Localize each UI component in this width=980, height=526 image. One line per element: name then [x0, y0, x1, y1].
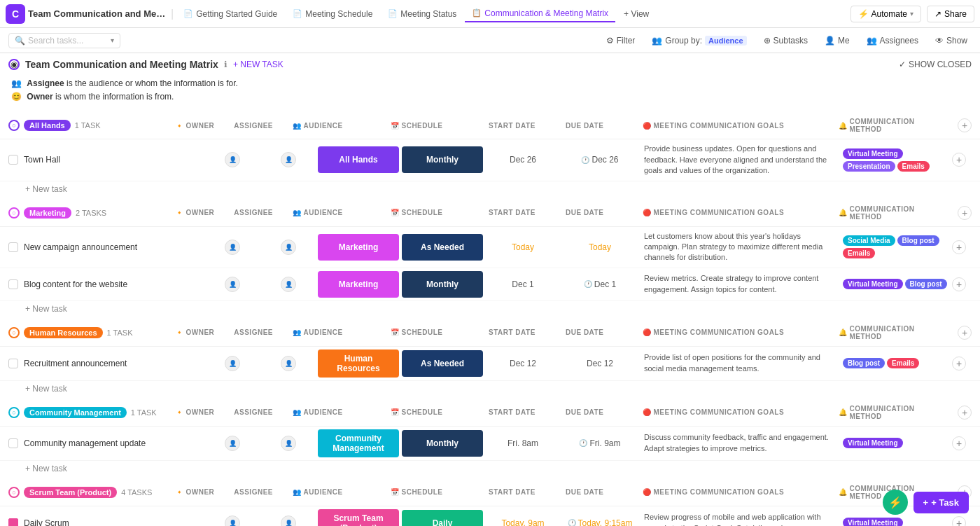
owner-avatar[interactable]: 👤: [225, 436, 240, 451]
method-badge[interactable]: Virtual Meeting: [843, 438, 903, 448]
new-task-link[interactable]: + New task: [25, 464, 67, 473]
task-checkbox[interactable]: [8, 155, 18, 165]
group-name-badge[interactable]: Community Management: [24, 407, 127, 418]
method-badge[interactable]: Blog post: [905, 279, 947, 289]
filter-button[interactable]: ⚙ Filter: [602, 34, 640, 47]
audience-badge[interactable]: Scrum Team (Product): [318, 509, 399, 526]
schedule-cell: As Needed: [400, 349, 484, 378]
assignee-avatar[interactable]: 👤: [281, 436, 296, 451]
due-date: Dec 1: [594, 279, 616, 289]
group-name-badge[interactable]: Scrum Team (Product): [24, 487, 117, 498]
audience-badge[interactable]: Community Management: [318, 429, 399, 457]
new-task-button[interactable]: + NEW TASK: [233, 60, 284, 69]
schedule-badge[interactable]: As Needed: [402, 234, 483, 261]
add-group-btn-hr[interactable]: +: [958, 326, 972, 340]
show-closed-button[interactable]: ✓ SHOW CLOSED: [899, 60, 972, 69]
method-badge[interactable]: Social Media: [843, 235, 895, 246]
owner-avatar[interactable]: 👤: [225, 515, 240, 526]
method-badge[interactable]: Virtual Meeting: [843, 279, 903, 289]
add-task-detail-btn[interactable]: +: [952, 153, 966, 167]
schedule-badge[interactable]: Daily: [402, 510, 483, 526]
subtasks-button[interactable]: ⊕ Subtasks: [760, 34, 812, 47]
schedule-badge[interactable]: Monthly: [402, 146, 483, 173]
group-name-badge[interactable]: Marketing: [24, 207, 71, 219]
method-badge[interactable]: Presentation: [843, 161, 895, 172]
me-button[interactable]: 👤 Me: [820, 34, 854, 47]
lightning-icon: ⚡: [888, 496, 902, 509]
assignee-avatar[interactable]: 👤: [281, 240, 296, 255]
method-badge[interactable]: Virtual Meeting: [843, 518, 903, 526]
assignee-avatar[interactable]: 👤: [281, 515, 296, 526]
tab-meeting-status[interactable]: 📄 Meeting Status: [381, 6, 463, 22]
owner-cell: 👤: [204, 356, 260, 371]
assignee-avatar[interactable]: 👤: [281, 152, 296, 167]
schedule-badge[interactable]: As Needed: [402, 350, 483, 377]
owner-avatar[interactable]: 👤: [225, 240, 240, 255]
new-task-link[interactable]: + New task: [25, 384, 67, 394]
method-badge[interactable]: Virtual Meeting: [843, 148, 903, 159]
share-button[interactable]: ↗ Share: [927, 6, 974, 22]
method-badge[interactable]: Blog post: [897, 235, 939, 246]
audience-badge[interactable]: Marketing: [318, 234, 399, 261]
col-start-date: START DATE: [486, 116, 549, 134]
assignee-avatar[interactable]: 👤: [281, 356, 296, 371]
add-task-detail-btn[interactable]: +: [952, 436, 966, 450]
add-task-detail-btn[interactable]: +: [952, 277, 966, 291]
task-checkbox[interactable]: [8, 242, 18, 252]
add-view-btn[interactable]: + View: [617, 6, 656, 22]
group-toggle-icon[interactable]: ○: [8, 207, 20, 219]
group-toggle-icon[interactable]: ○: [8, 120, 20, 131]
add-task-detail-btn[interactable]: +: [952, 240, 966, 254]
group-toggle-icon[interactable]: ○: [8, 407, 20, 418]
schedule-badge[interactable]: Monthly: [402, 271, 483, 298]
add-group-btn[interactable]: +: [958, 118, 972, 132]
group-toggle-icon[interactable]: ○: [8, 327, 20, 338]
assignee-cell: 👤: [260, 436, 316, 451]
new-task-link[interactable]: + New task: [25, 304, 67, 314]
owner-avatar[interactable]: 👤: [225, 277, 240, 292]
owner-avatar[interactable]: 👤: [225, 356, 240, 371]
task-checkbox[interactable]: [8, 518, 18, 526]
tab-comm-matrix[interactable]: 📋 Communication & Meeting Matrix: [465, 6, 615, 22]
add-group-btn-cm[interactable]: +: [958, 406, 972, 420]
automate-button[interactable]: ⚡ Automate ▾: [850, 6, 921, 22]
col-audience: 👥AUDIENCE: [290, 116, 374, 134]
method-badge[interactable]: Emails: [843, 248, 875, 258]
group-toggle-icon[interactable]: ○: [8, 487, 20, 498]
add-task-detail-btn[interactable]: +: [952, 357, 966, 371]
project-header: ◉ Team Communication and Meeting Matrix …: [0, 53, 980, 73]
tab-getting-started[interactable]: 📄 Getting Started Guide: [176, 6, 284, 22]
method-badge[interactable]: Emails: [897, 161, 930, 172]
group-name-badge[interactable]: All Hands: [24, 120, 71, 131]
add-task-button[interactable]: + + Task: [913, 492, 969, 513]
start-date-cell: Dec 1: [484, 279, 561, 289]
task-checkbox[interactable]: [8, 438, 18, 448]
tab-meeting-schedule[interactable]: 📄 Meeting Schedule: [286, 6, 379, 22]
goals-cell: Discuss community feedback, traffic and …: [638, 429, 840, 457]
show-button[interactable]: 👁 Show: [931, 34, 972, 47]
search-box[interactable]: 🔍 Search tasks... ▾: [8, 33, 120, 48]
task-checkbox[interactable]: [8, 279, 18, 289]
info-icon[interactable]: ℹ: [224, 60, 227, 69]
group-name-badge[interactable]: Human Resources: [24, 327, 103, 338]
audience-badge[interactable]: Human Resources: [318, 349, 399, 378]
method-badge[interactable]: Blog post: [843, 358, 885, 368]
assignee-avatar[interactable]: 👤: [281, 277, 296, 292]
plus-icon: +: [923, 497, 929, 508]
quick-action-button[interactable]: ⚡: [883, 490, 908, 515]
owner-avatar[interactable]: 👤: [225, 152, 240, 167]
schedule-badge[interactable]: Monthly: [402, 430, 483, 457]
due-date-cell: 🕐 Today, 9:15am: [561, 518, 638, 526]
add-group-btn-mkt[interactable]: +: [958, 206, 972, 220]
method-badge[interactable]: Emails: [887, 358, 919, 368]
group-task-count: 1 TASK: [107, 328, 133, 337]
collapse-icon[interactable]: ◉: [8, 59, 20, 70]
assignees-button[interactable]: 👥 Assignees: [862, 34, 923, 47]
audience-badge[interactable]: All Hands: [318, 146, 399, 173]
new-task-link[interactable]: + New task: [25, 184, 67, 194]
group-by-button[interactable]: 👥 Group by: Audience: [648, 34, 750, 47]
methods-cell: Virtual Meeting Presentation Emails: [840, 147, 952, 173]
add-task-detail-btn[interactable]: +: [952, 516, 966, 526]
task-checkbox[interactable]: [8, 359, 18, 368]
audience-badge[interactable]: Marketing: [318, 271, 399, 298]
